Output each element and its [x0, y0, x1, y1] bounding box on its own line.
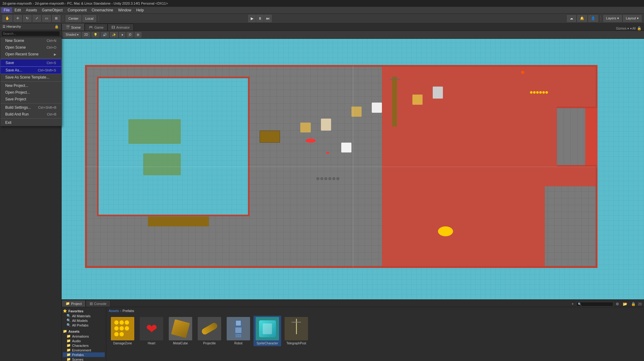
lighting-button[interactable]: 💡: [91, 32, 99, 38]
scene-background: ❤: [62, 39, 644, 299]
menu-save-as-template[interactable]: Save As Scene Template...: [0, 74, 61, 81]
play-controls: ▶ ⏸ ⏭: [248, 15, 272, 22]
view-tabs: 🎬 Scene 🎮 Game 🎞 Animator Gizmos ▾ ▾ All…: [62, 23, 644, 31]
scale-tool[interactable]: ⤢: [33, 15, 41, 22]
menu-save-as[interactable]: Save As... Ctrl+Shift+S: [0, 67, 61, 74]
add-btn[interactable]: +: [570, 301, 575, 307]
metalcube-thumb: [169, 317, 192, 340]
asset-heart[interactable]: ❤ Heart: [138, 316, 165, 346]
step-button[interactable]: ⏭: [264, 15, 272, 22]
build-settings-label: Build Settings...: [5, 105, 31, 110]
filter-btn[interactable]: ⚙: [614, 301, 620, 307]
menu-help[interactable]: Help: [134, 7, 146, 13]
project-search[interactable]: [576, 302, 613, 306]
water-room: [97, 77, 250, 217]
asset-metalcube[interactable]: MetalCube: [167, 316, 194, 346]
hierarchy-lock[interactable]: 🔒: [55, 25, 59, 29]
hierarchy-search[interactable]: [1, 31, 60, 36]
assets-header[interactable]: 📁 Assets: [63, 329, 105, 334]
play-button[interactable]: ▶: [248, 15, 256, 22]
menu-open-recent-scene[interactable]: Open Recent Scene ▶: [0, 51, 61, 58]
menu-save[interactable]: Save Ctrl+S: [0, 59, 61, 67]
menu-file[interactable]: File: [1, 7, 12, 13]
cube-shape: [171, 319, 190, 338]
layout-dropdown[interactable]: Layout ▾: [623, 15, 642, 22]
telegraphpost-label: TelegraphPost: [286, 342, 306, 345]
tree-animations[interactable]: 📁 Animations: [63, 334, 105, 339]
menu-new-project[interactable]: New Project...: [0, 82, 61, 89]
menu-save-project[interactable]: Save Project: [0, 96, 61, 103]
collab-button[interactable]: ☁: [567, 15, 576, 22]
asset-robot[interactable]: Robot: [225, 316, 252, 346]
save-label: Save: [6, 61, 14, 65]
menu-build-and-run[interactable]: Build And Run Ctrl+B: [0, 111, 61, 118]
menu-cinemachine[interactable]: Cinemachine: [89, 7, 115, 13]
folder-btn[interactable]: 📂: [622, 301, 629, 307]
local-toggle[interactable]: Local: [83, 15, 96, 22]
character5: [412, 95, 423, 104]
rotate-tool[interactable]: ↻: [23, 15, 31, 22]
menu-build-settings[interactable]: Build Settings... Ctrl+Shift+B: [0, 104, 61, 111]
open-scene-shortcut: Ctrl+O: [47, 46, 56, 49]
tab-animator[interactable]: 🎞 Animator: [107, 24, 134, 30]
toggle-btn3[interactable]: ⊞: [135, 32, 141, 38]
toggle-btn2[interactable]: |0: [127, 32, 133, 38]
asset-projectile[interactable]: Projectile: [196, 316, 223, 346]
asset-spritecharacter[interactable]: SpriteCharacter: [253, 316, 281, 346]
game-icon: 🎮: [89, 25, 93, 29]
menu-gameobject[interactable]: GameObject: [39, 7, 65, 13]
lock-btn[interactable]: 🔒: [630, 301, 637, 307]
layers-dropdown[interactable]: Layers ▾: [603, 15, 622, 22]
submenu-arrow: ▶: [54, 53, 56, 56]
account-button[interactable]: 👤: [588, 15, 598, 22]
menu-component[interactable]: Component: [65, 7, 89, 13]
hand-tool[interactable]: ✋: [2, 15, 12, 22]
tab-game[interactable]: 🎮 Game: [85, 24, 107, 30]
heart-pickup: ❤: [326, 151, 330, 156]
tree-characters[interactable]: 📁 Characters: [63, 343, 105, 348]
heart-thumb: ❤: [140, 317, 163, 340]
pause-button[interactable]: ⏸: [256, 15, 264, 22]
transform-tool[interactable]: ⊞: [52, 15, 60, 22]
menu-open-scene[interactable]: Open Scene Ctrl+O: [0, 44, 61, 51]
pivot-toggle[interactable]: Center: [66, 15, 81, 22]
lock-icon[interactable]: 🔒: [637, 26, 642, 30]
menu-exit[interactable]: Exit: [0, 119, 61, 126]
favorites-header[interactable]: ⭐ Favorites: [63, 308, 105, 314]
menu-new-scene[interactable]: New Scene Ctrl+N: [0, 37, 61, 44]
breadcrumb-assets[interactable]: Assets: [109, 309, 119, 313]
asset-damagezone[interactable]: DamageZone: [109, 316, 136, 346]
asset-telegraphpost[interactable]: TelegraphPost: [282, 316, 310, 346]
characters-icon: 📁: [67, 343, 71, 347]
fx-button[interactable]: ✨: [110, 32, 118, 38]
tree-all-prefabs[interactable]: 🔍 All Prefabs: [63, 323, 105, 327]
save-shortcut: Ctrl+S: [47, 61, 56, 65]
menu-assets[interactable]: Assets: [23, 7, 39, 13]
gizmos-dropdown[interactable]: Gizmos ▾: [616, 27, 629, 30]
right-corridor: [557, 107, 597, 166]
menu-open-project[interactable]: Open Project...: [0, 89, 61, 96]
tree-environment[interactable]: 📁 Environment: [63, 348, 105, 352]
scene-viewport[interactable]: ❤: [62, 39, 644, 299]
tab-scene[interactable]: 🎬 Scene: [62, 24, 85, 30]
tab-console[interactable]: ▤ Console: [86, 300, 110, 307]
toggle-btn1[interactable]: ●: [119, 32, 125, 38]
tree-prefabs[interactable]: 📁 Prefabs: [63, 352, 105, 357]
tree-all-models[interactable]: 🔍 All Models: [63, 318, 105, 323]
2d-button[interactable]: 2D: [82, 32, 90, 38]
menu-edit[interactable]: Edit: [12, 7, 23, 13]
cloud-button[interactable]: 🔔: [577, 15, 587, 22]
build-run-shortcut: Ctrl+B: [47, 112, 56, 116]
shaded-dropdown[interactable]: Shaded ▾: [63, 32, 81, 38]
move-tool[interactable]: ✛: [14, 15, 22, 22]
tab-project[interactable]: 📁 Project: [62, 300, 86, 307]
menu-window[interactable]: Window: [116, 7, 134, 13]
audio-button[interactable]: 🔊: [101, 32, 109, 38]
rect-tool[interactable]: ▭: [42, 15, 51, 22]
robot-label: Robot: [234, 342, 243, 345]
telegraphpost-thumb: [285, 317, 308, 340]
build-settings-shortcut: Ctrl+Shift+B: [38, 106, 56, 109]
tree-all-materials[interactable]: 🔍 All Materials: [63, 314, 105, 318]
tree-audio[interactable]: 📁 Audio: [63, 339, 105, 343]
tree-scenes[interactable]: 📁 Scenes: [63, 357, 105, 361]
